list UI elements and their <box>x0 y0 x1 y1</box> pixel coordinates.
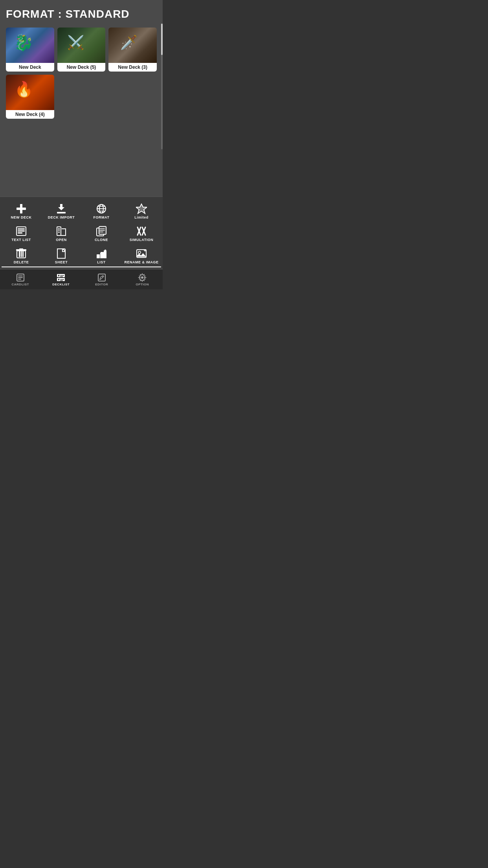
svg-rect-35 <box>104 250 106 258</box>
svg-rect-25 <box>21 251 22 257</box>
action-grid: NEW DECK DECK IMPORT FORMAT <box>0 200 163 267</box>
format-header: FORMAT : STANDARD <box>0 0 163 24</box>
text-list-button[interactable]: TEXT LIST <box>2 223 41 244</box>
list-button[interactable]: LIST <box>82 245 121 267</box>
rename-image-icon <box>136 248 147 259</box>
deck-item-3[interactable]: New Deck (3) <box>108 28 157 72</box>
rename-image-button[interactable]: RENAME & IMAGE <box>122 245 161 267</box>
deck-item-4[interactable]: New Deck (4) <box>6 75 54 119</box>
svg-rect-46 <box>58 275 59 276</box>
sheet-label: SHEET <box>55 260 68 264</box>
nav-decklist-label: DECKLIST <box>52 283 70 286</box>
nav-editor-label: EDITOR <box>95 283 108 286</box>
simulation-icon <box>136 226 147 237</box>
clone-button[interactable]: CLONE <box>82 223 121 244</box>
open-button[interactable]: OPEN <box>42 223 81 244</box>
deck-item-2[interactable]: New Deck (5) <box>57 28 106 72</box>
scrollbar[interactable] <box>161 24 163 149</box>
svg-rect-42 <box>18 277 23 278</box>
svg-rect-1 <box>17 208 26 210</box>
deck-art-1 <box>6 28 54 63</box>
deck-label-1: New Deck <box>6 63 54 72</box>
scrollbar-thumb <box>161 24 163 55</box>
new-deck-label: NEW DECK <box>11 215 32 219</box>
clone-label: CLONE <box>95 238 108 242</box>
text-list-icon <box>16 226 27 237</box>
svg-rect-48 <box>60 275 64 276</box>
open-icon <box>56 226 67 237</box>
sheet-icon <box>56 248 67 259</box>
svg-rect-10 <box>18 230 25 232</box>
deck-label-2: New Deck (5) <box>57 63 106 72</box>
open-label: OPEN <box>56 238 67 242</box>
nav-editor[interactable]: EDITOR <box>81 272 122 288</box>
simulation-label: SIMULATION <box>130 238 153 242</box>
svg-rect-50 <box>60 279 64 280</box>
svg-rect-43 <box>18 279 21 280</box>
deck-import-label: DECK IMPORT <box>48 215 75 219</box>
svg-rect-24 <box>19 251 20 257</box>
decklist-nav-icon <box>57 273 65 282</box>
cardlist-nav-icon <box>16 273 25 282</box>
svg-rect-49 <box>60 276 63 277</box>
deck-grid: New Deck New Deck (5) New Deck (3) New D… <box>0 24 163 197</box>
svg-rect-51 <box>60 280 63 281</box>
svg-rect-47 <box>58 279 59 280</box>
rename-image-label: RENAME & IMAGE <box>124 260 158 264</box>
svg-point-37 <box>138 251 141 254</box>
simulation-button[interactable]: SIMULATION <box>122 223 161 244</box>
sheet-button[interactable]: SHEET <box>42 245 81 267</box>
list-label: LIST <box>97 260 106 264</box>
format-button[interactable]: FORMAT <box>82 200 121 222</box>
delete-icon <box>16 248 27 259</box>
deck-import-icon <box>56 203 67 214</box>
text-list-label: TEXT LIST <box>11 238 31 242</box>
divider <box>2 267 161 267</box>
svg-rect-2 <box>57 212 66 213</box>
nav-cardlist-label: CARDLIST <box>12 283 29 286</box>
clone-icon <box>96 226 107 237</box>
svg-line-53 <box>102 276 103 277</box>
limited-icon <box>136 203 147 214</box>
option-nav-icon <box>138 273 147 282</box>
svg-rect-15 <box>58 232 60 233</box>
new-deck-icon <box>16 203 27 214</box>
deck-import-button[interactable]: DECK IMPORT <box>42 200 81 222</box>
format-label: FORMAT <box>94 215 110 219</box>
svg-point-55 <box>141 276 143 279</box>
delete-label: DELETE <box>14 260 29 264</box>
format-icon <box>96 203 107 214</box>
svg-rect-34 <box>100 253 103 258</box>
list-icon <box>96 248 107 259</box>
deck-art-4 <box>6 75 54 110</box>
app-container: FORMAT : STANDARD New Deck New Deck (5) … <box>0 0 163 289</box>
limited-button[interactable]: Limited <box>122 200 161 222</box>
deck-label-4: New Deck (4) <box>6 110 54 119</box>
svg-rect-28 <box>19 248 23 250</box>
editor-nav-icon <box>97 273 106 282</box>
nav-cardlist[interactable]: CARDLIST <box>0 272 41 288</box>
deck-art-2 <box>57 28 106 63</box>
limited-label: Limited <box>134 215 149 219</box>
svg-rect-33 <box>97 255 99 258</box>
deck-art-3 <box>108 28 157 63</box>
svg-rect-9 <box>18 228 25 230</box>
svg-rect-11 <box>18 232 22 234</box>
nav-decklist[interactable]: DECKLIST <box>41 272 82 288</box>
deck-item-1[interactable]: New Deck <box>6 28 54 72</box>
new-deck-button[interactable]: NEW DECK <box>2 200 41 222</box>
format-title: FORMAT : STANDARD <box>6 8 130 20</box>
bottom-nav: CARDLIST DECKLIST EDITOR <box>0 269 163 289</box>
svg-rect-41 <box>18 276 23 276</box>
svg-rect-13 <box>58 228 60 230</box>
svg-rect-52 <box>98 274 105 281</box>
action-bar: NEW DECK DECK IMPORT FORMAT <box>0 197 163 269</box>
deck-label-3: New Deck (3) <box>108 63 157 72</box>
svg-rect-26 <box>22 251 24 257</box>
delete-button[interactable]: DELETE <box>2 245 41 267</box>
nav-option-label: OPTION <box>136 283 149 286</box>
nav-option[interactable]: OPTION <box>122 272 163 288</box>
svg-rect-14 <box>58 230 60 231</box>
